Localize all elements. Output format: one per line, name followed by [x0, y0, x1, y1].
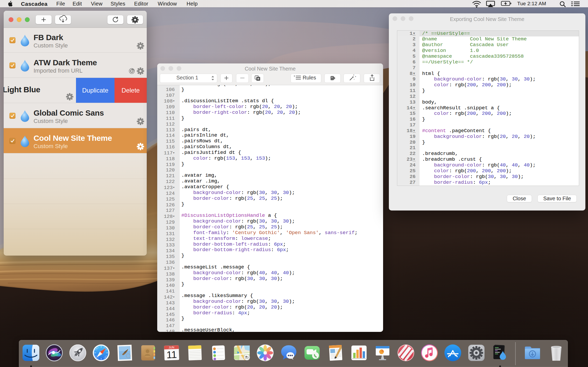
svg-text:JUN: JUN [168, 346, 174, 349]
svg-text:11: 11 [166, 349, 177, 360]
svg-text:*: * [354, 78, 355, 81]
svg-text:*: * [355, 76, 356, 79]
svg-text:*: * [353, 74, 354, 77]
